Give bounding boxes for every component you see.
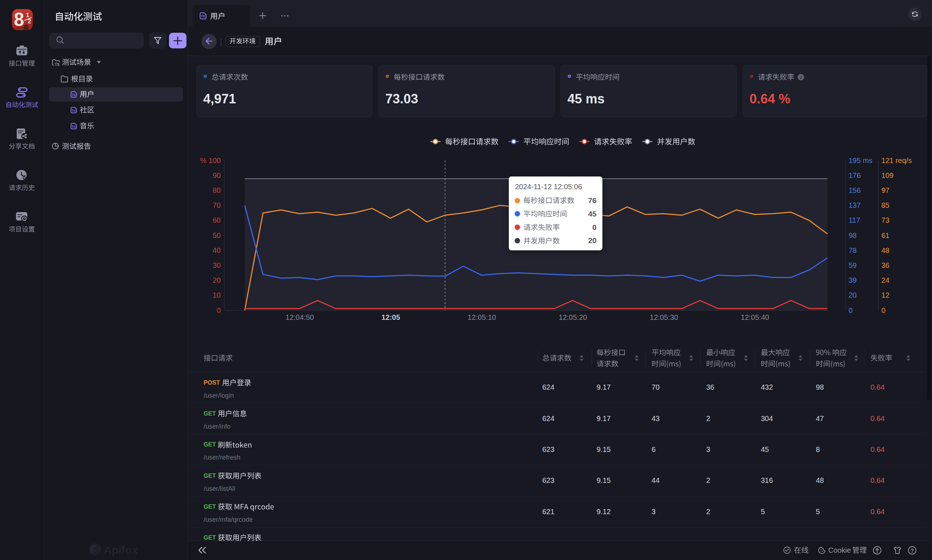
svg-text:TS: TS (201, 14, 205, 18)
svg-text:TS: TS (72, 109, 76, 112)
svg-text:i: i (800, 75, 802, 80)
svg-text:TS: TS (72, 125, 76, 128)
svg-text:TS: TS (55, 63, 59, 66)
svg-text:TS: TS (72, 93, 76, 97)
svg-text:?: ? (911, 548, 914, 554)
svg-text:Apifox: Apifox (104, 544, 138, 556)
